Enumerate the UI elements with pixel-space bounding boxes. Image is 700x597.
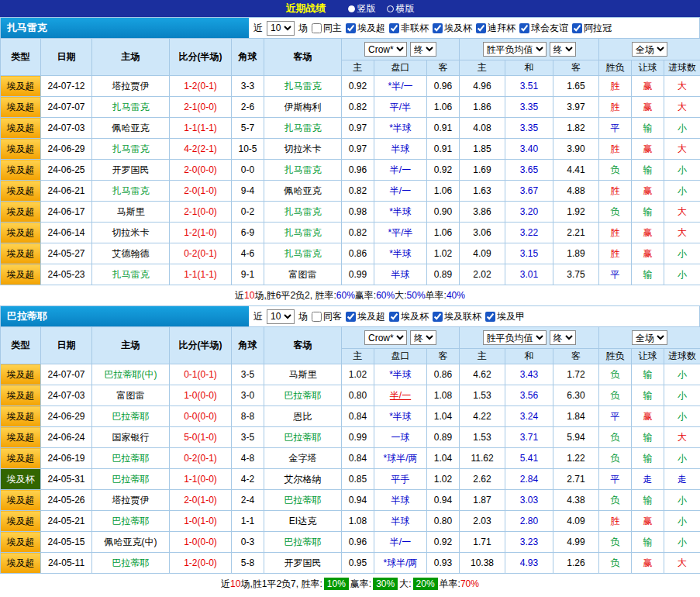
- euro-draw-odds-cell: 3.56: [505, 385, 553, 406]
- summary-text: 赢率:: [355, 289, 376, 302]
- column-header: 日期: [41, 39, 92, 76]
- euro-home-odds-cell: 2.03: [460, 511, 505, 532]
- euro-away-odds-cell: 2.71: [553, 469, 599, 490]
- handicap-result-cell: 输: [632, 448, 664, 469]
- league-filter-checkbox[interactable]: [346, 312, 356, 322]
- recent-count-select[interactable]: 10: [267, 21, 295, 36]
- league-filter-option[interactable]: 埃及联杯: [433, 310, 481, 323]
- market-select[interactable]: 胜平负均值: [483, 42, 547, 57]
- corners-cell: 2-4: [232, 490, 264, 511]
- score-cell: 0-0(0-0): [170, 406, 232, 427]
- summary-text: 30%: [373, 578, 398, 590]
- handicap-result-cell: 输: [632, 264, 664, 285]
- company-select[interactable]: Crow*: [364, 330, 407, 345]
- column-header: 日期: [41, 327, 92, 364]
- column-header: 客场: [264, 39, 342, 76]
- scope-select[interactable]: 全场: [632, 330, 667, 345]
- same-venue-checkbox[interactable]: [312, 312, 322, 322]
- league-filter-option[interactable]: 埃及甲: [485, 310, 525, 323]
- date-cell: 24-07-07: [41, 97, 92, 118]
- league-filter-option[interactable]: 埃及杯: [389, 310, 429, 323]
- home-team-cell: 佩哈亚克(中): [92, 532, 170, 553]
- league-filter-checkbox[interactable]: [572, 23, 582, 33]
- goals-result-cell: 走: [664, 469, 700, 490]
- result-cell: 负: [599, 160, 632, 181]
- topbar: 近期战绩 竖版 横版: [0, 0, 700, 17]
- same-venue-option[interactable]: 同客: [312, 310, 342, 323]
- ah-home-odds-cell: 0.96: [342, 532, 374, 553]
- league-filter-checkbox[interactable]: [476, 23, 486, 33]
- league-filter-option[interactable]: 埃及超: [346, 22, 385, 35]
- ah-away-odds-cell: 0.92: [427, 160, 460, 181]
- result-cell: 胜: [599, 181, 632, 202]
- company-select[interactable]: Crow*: [364, 42, 407, 57]
- final-odds-select[interactable]: 终: [550, 42, 576, 57]
- ah-home-odds-cell: 0.84: [342, 406, 374, 427]
- handicap-cell: *球半/两: [374, 553, 427, 574]
- column-subheader: 胜负: [599, 349, 632, 364]
- euro-away-odds-cell: 4.88: [553, 181, 599, 202]
- team-name: 巴拉蒂耶: [1, 306, 249, 326]
- ah-home-odds-cell: 0.86: [342, 243, 374, 264]
- ah-home-odds-cell: 0.99: [342, 264, 374, 285]
- ah-away-odds-cell: 0.94: [427, 490, 460, 511]
- euro-home-odds-cell: 1.69: [460, 160, 505, 181]
- handicap-result-cell: 输: [632, 202, 664, 223]
- date-cell: 24-05-26: [41, 490, 92, 511]
- asian-odds-header: Crow*终: [342, 39, 460, 60]
- ah-home-odds-cell: 0.92: [342, 76, 374, 97]
- handicap-cell: *半球: [374, 406, 427, 427]
- match-row: 埃及超24-07-07巴拉蒂耶(中)0-1(0-1)3-5马斯里1.02*半球0…: [1, 364, 700, 385]
- score-cell: 2-0(1-0): [170, 181, 232, 202]
- market-select[interactable]: 胜平负均值: [483, 330, 547, 345]
- scope-select[interactable]: 全场: [632, 42, 667, 57]
- ah-home-odds-cell: 1.02: [342, 364, 374, 385]
- same-venue-option[interactable]: 同主: [312, 22, 342, 35]
- ah-away-odds-cell: 1.06: [427, 223, 460, 243]
- column-subheader: 客: [427, 60, 460, 76]
- match-row: 埃及超24-06-25开罗国民2-0(0-0)0-0扎马雷克0.96半/一0.9…: [1, 160, 700, 181]
- final-odds-select[interactable]: 终: [410, 42, 436, 57]
- league-filter-checkbox[interactable]: [389, 23, 399, 33]
- result-cell: 胜: [599, 76, 632, 97]
- euro-draw-odds-cell: 3.23: [505, 532, 553, 553]
- corners-cell: 3-3: [232, 76, 264, 97]
- league-filter-checkbox[interactable]: [519, 23, 529, 33]
- scope-header: 全场: [599, 39, 700, 60]
- league-filter-option[interactable]: 埃及超: [346, 310, 385, 323]
- column-header: 主场: [92, 327, 170, 364]
- league-filter-option[interactable]: 球会友谊: [519, 22, 568, 35]
- home-team-cell: 艾德翰德: [92, 243, 170, 264]
- league-filter-option[interactable]: 埃及杯: [433, 22, 472, 35]
- away-team-cell: 恩比: [264, 406, 342, 427]
- home-team-cell: 国家银行: [92, 427, 170, 448]
- euro-draw-odds-cell: 3.67: [505, 181, 553, 202]
- result-cell: 胜: [599, 511, 632, 532]
- goals-result-cell: 小: [664, 385, 700, 406]
- home-team-cell: 巴拉蒂耶(中): [92, 364, 170, 385]
- view-option-vertical[interactable]: 竖版: [348, 2, 376, 16]
- euro-away-odds-cell: 6.30: [553, 385, 599, 406]
- league-filter-checkbox[interactable]: [389, 312, 399, 322]
- league-type-cell: 埃及超: [1, 406, 41, 427]
- league-filter-checkbox[interactable]: [346, 23, 356, 33]
- match-row: 埃及超24-07-12塔拉贾伊1-2(0-1)3-3扎马雷克0.92*半/一0.…: [1, 76, 700, 97]
- recent-count-select[interactable]: 10: [267, 309, 295, 324]
- league-filter-option[interactable]: 迪拜杯: [476, 22, 516, 35]
- league-filter-option[interactable]: 阿拉冠: [572, 22, 612, 35]
- final-odds-select[interactable]: 终: [410, 330, 436, 345]
- same-venue-checkbox[interactable]: [312, 23, 322, 33]
- ah-away-odds-cell: 0.89: [427, 427, 460, 448]
- league-filter-checkbox[interactable]: [485, 312, 495, 322]
- score-cell: 1-1(1-1): [170, 118, 232, 139]
- league-filter-option[interactable]: 非联杯: [389, 22, 429, 35]
- home-team-cell: 切拉米卡: [92, 223, 170, 243]
- view-option-horizontal[interactable]: 横版: [387, 2, 415, 16]
- handicap-cell: *半/一: [374, 76, 427, 97]
- league-filter-checkbox[interactable]: [433, 23, 443, 33]
- summary-text: 单率:: [426, 289, 447, 302]
- final-odds-select[interactable]: 终: [550, 330, 576, 345]
- league-filter-checkbox[interactable]: [433, 312, 443, 322]
- match-row: 埃及超24-06-17马斯里2-1(0-0)0-2扎马雷克0.98*半球0.90…: [1, 202, 700, 223]
- goals-result-cell: 大: [664, 553, 700, 574]
